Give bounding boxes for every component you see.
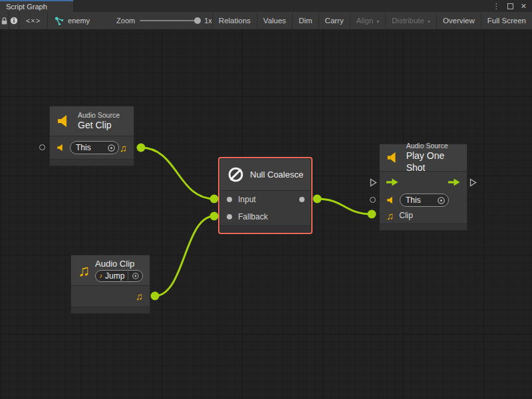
object-picker-icon[interactable] xyxy=(132,272,140,280)
port-label: Input xyxy=(238,195,256,204)
button-label: Align xyxy=(356,17,374,25)
wire-endpoint-dot xyxy=(210,195,219,203)
node-header: Audio Source Get Clip xyxy=(50,106,134,136)
button-label: Carry xyxy=(325,17,344,25)
graph-icon xyxy=(55,17,64,25)
close-icon[interactable]: ✕ xyxy=(521,3,527,10)
node-header: Null Coalesce xyxy=(220,159,311,191)
node-footer xyxy=(380,223,467,230)
field-divider xyxy=(128,271,128,281)
exec-out-arrow-icon xyxy=(448,178,460,186)
value-output-row: ♫ xyxy=(71,286,150,307)
connection-wire xyxy=(155,216,214,296)
node-title: Get Clip xyxy=(78,120,120,132)
null-coalesce-icon xyxy=(227,166,245,184)
node-title: Null Coalesce xyxy=(250,170,303,180)
input-port-row: Input xyxy=(220,191,311,208)
field-value: Jump xyxy=(105,271,124,281)
this-object-field[interactable]: This xyxy=(70,141,119,154)
this-port-row: This xyxy=(380,193,467,207)
node-title: Audio Clip xyxy=(95,259,143,269)
this-input-port[interactable] xyxy=(370,197,376,203)
node-null-coalesce[interactable]: Null Coalesce Input Fallback xyxy=(219,158,311,233)
kebab-menu-icon[interactable]: ⋮ xyxy=(493,3,500,10)
toolbar-button-dim[interactable]: Dim xyxy=(292,12,318,29)
zoom-slider-handle[interactable] xyxy=(194,17,201,24)
zoom-label: Zoom xyxy=(116,17,135,25)
result-output-port[interactable] xyxy=(299,197,305,202)
exec-in-arrow-icon xyxy=(386,178,398,186)
clip-object-field[interactable]: ♪ Jump xyxy=(95,270,143,282)
audio-source-icon xyxy=(57,113,72,129)
toolbar-button-distribute[interactable]: Distribute▾ xyxy=(385,12,436,29)
port-label: Clip xyxy=(399,211,413,220)
audio-clip-type-icon: ♫ xyxy=(136,291,143,302)
field-value: This xyxy=(406,196,434,205)
maximize-glyph xyxy=(507,3,513,9)
wire-endpoint-dot xyxy=(210,212,219,221)
graph-toolbar: <×> enemy Zoom 1x Relations Values Dim C… xyxy=(0,12,532,30)
audio-clip-type-icon: ♫ xyxy=(120,142,127,154)
object-picker-icon[interactable] xyxy=(437,196,446,205)
wire-endpoint-dot xyxy=(368,210,376,219)
field-value: This xyxy=(76,143,104,152)
wire-endpoint-dot xyxy=(313,195,322,203)
node-get-clip[interactable]: Audio Source Get Clip This ♫ xyxy=(49,106,134,166)
button-label: Relations xyxy=(219,17,251,25)
node-audio-clip[interactable]: ♫ Audio Clip ♪ Jump ♫ xyxy=(70,255,150,314)
zoom-slider[interactable] xyxy=(140,20,198,21)
this-object-field[interactable]: This xyxy=(400,194,449,207)
chevron-down-icon: ▾ xyxy=(428,17,430,25)
tab-script-graph[interactable]: Script Graph xyxy=(0,0,73,12)
audio-source-icon xyxy=(386,196,396,205)
toolbar-button-values[interactable]: Values xyxy=(257,12,292,29)
inspector-button[interactable] xyxy=(9,12,19,29)
connection-wire xyxy=(141,148,214,199)
info-icon xyxy=(9,16,19,25)
tab-title: Script Graph xyxy=(6,3,47,11)
node-play-one-shot[interactable]: Audio Source Play One Shot xyxy=(379,144,467,231)
node-header: ♫ Audio Clip ♪ Jump xyxy=(71,255,150,286)
input-port[interactable] xyxy=(227,197,232,202)
object-picker-icon[interactable] xyxy=(107,144,116,152)
audio-clip-type-icon: ♫ xyxy=(386,210,394,221)
exec-output-port[interactable] xyxy=(469,178,477,187)
node-category: Audio Source xyxy=(406,142,460,150)
exec-flow-row xyxy=(380,172,467,193)
node-category: Audio Source xyxy=(78,111,120,120)
button-label: Overview xyxy=(443,17,475,25)
chevron-down-icon: ▾ xyxy=(376,17,379,25)
audio-source-icon xyxy=(386,150,401,166)
this-port-row: This ♫ xyxy=(50,136,134,159)
zoom-value: 1x xyxy=(203,17,212,25)
exec-input-port[interactable] xyxy=(370,178,377,187)
lock-button[interactable] xyxy=(0,12,9,29)
window-controls: ⋮ ✕ xyxy=(493,0,532,12)
script-graph-window: Script Graph ⋮ ✕ <×> xyxy=(0,0,532,399)
toolbar-button-relations[interactable]: Relations xyxy=(212,12,257,29)
wire-endpoint-dot xyxy=(151,292,160,301)
graph-canvas[interactable]: Audio Source Get Clip This ♫ xyxy=(0,30,532,399)
button-label: Values xyxy=(263,17,286,25)
wire-endpoint-dot xyxy=(137,144,146,152)
this-input-port[interactable] xyxy=(39,144,45,150)
lock-icon xyxy=(0,17,9,25)
breadcrumb[interactable]: enemy xyxy=(48,12,98,29)
toolbar-button-carry[interactable]: Carry xyxy=(319,12,350,29)
graph-name: enemy xyxy=(68,17,90,25)
code-icon: <×> xyxy=(26,17,41,25)
clip-port-row: ♫ Clip xyxy=(380,207,467,223)
button-label: Full Screen xyxy=(487,17,526,25)
audio-clip-icon: ♫ xyxy=(78,261,90,280)
note-icon: ♪ xyxy=(99,272,102,281)
code-preview-button[interactable]: <×> xyxy=(19,12,48,29)
toolbar-button-align[interactable]: Align▾ xyxy=(350,12,386,29)
fallback-port[interactable] xyxy=(227,214,232,219)
toolbar-button-overview[interactable]: Overview xyxy=(436,12,481,29)
toolbar-button-fullscreen[interactable]: Full Screen xyxy=(481,12,532,29)
node-title: Play One Shot xyxy=(406,150,460,174)
node-footer xyxy=(220,225,311,232)
port-label: Fallback xyxy=(238,212,268,221)
button-label: Dim xyxy=(299,17,312,25)
maximize-icon[interactable] xyxy=(507,0,513,12)
